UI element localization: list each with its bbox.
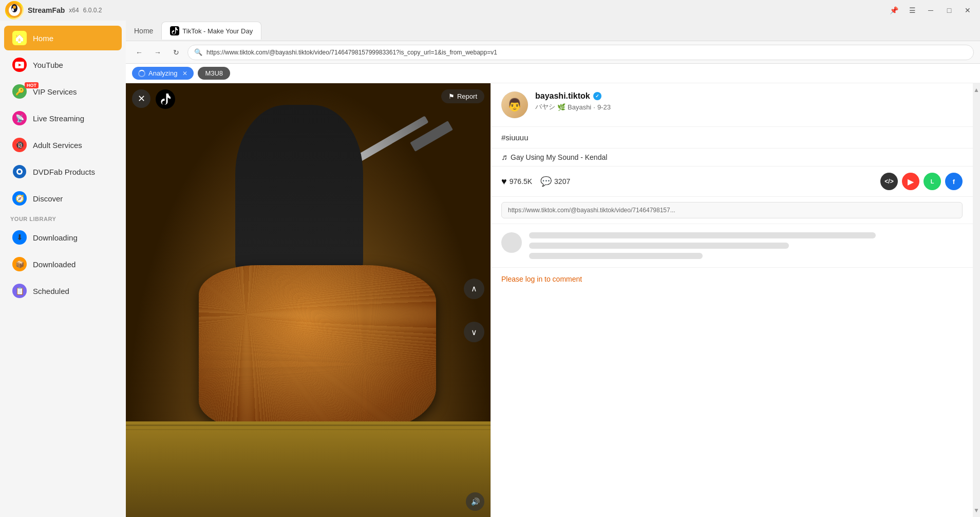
leaf-emoji: 🌿	[557, 103, 566, 111]
app-name: StreamFab	[28, 6, 65, 14]
skeleton-line-2	[529, 243, 789, 249]
sidebar-dvdfab-label: DVDFab Products	[33, 168, 95, 176]
menu-button[interactable]: ☰	[905, 3, 919, 17]
sidebar-item-scheduled[interactable]: 📋 Scheduled	[4, 279, 122, 303]
report-button[interactable]: ⚑ Report	[441, 89, 484, 103]
creator-section: 👨 bayashi.tiktok ✓ バヤシ 🌿 Bayashi · 9-23	[491, 83, 973, 127]
m3u8-button[interactable]: M3U8	[198, 67, 230, 80]
info-panel: 👨 bayashi.tiktok ✓ バヤシ 🌿 Bayashi · 9-23	[491, 83, 973, 517]
creator-info: bayashi.tiktok ✓ バヤシ 🌿 Bayashi · 9-23	[535, 91, 963, 112]
address-bar[interactable]: 🔍 https://www.tiktok.com/@bayashi.tiktok…	[187, 45, 974, 60]
tiktok-logo-button[interactable]	[156, 89, 175, 109]
browser-content: ✕ ⚑ Report ∧ ∨ 🔊	[126, 83, 980, 517]
video-area: ✕ ⚑ Report ∧ ∨ 🔊	[126, 83, 491, 517]
share-link-box[interactable]: https://www.tiktok.com/@bayashi.tiktok/v…	[501, 202, 963, 218]
address-url: https://www.tiktok.com/@bayashi.tiktok/v…	[206, 49, 497, 56]
comments-stat: 💬 3207	[540, 176, 570, 187]
facebook-share-button[interactable]: f	[945, 173, 963, 190]
verified-badge: ✓	[593, 92, 601, 100]
app-branding: StreamFab x64 6.0.0.2	[5, 1, 102, 20]
creator-display-name: バヤシ	[535, 102, 555, 112]
creator-date: 9-23	[597, 103, 611, 111]
volume-icon: 🔊	[471, 497, 480, 506]
browser-bar: ← → ↻ 🔍 https://www.tiktok.com/@bayashi.…	[126, 41, 980, 64]
discover-icon: 🧭	[12, 191, 27, 206]
sidebar-item-youtube[interactable]: YouTube	[4, 52, 122, 77]
sidebar-item-live[interactable]: 📡 Live Streaming	[4, 106, 122, 131]
scroll-down-arrow[interactable]: ▼	[970, 504, 980, 517]
sidebar-item-downloaded[interactable]: 📦 Downloaded	[4, 252, 122, 276]
forward-button[interactable]: →	[150, 45, 165, 60]
svg-point-7	[18, 170, 21, 173]
stats-row: ♥ 976.5K 💬 3207 </> ▶ L f	[491, 167, 973, 197]
analyzing-button[interactable]: Analyzing ✕	[132, 67, 194, 80]
minimize-button[interactable]: ─	[924, 3, 938, 17]
right-scrollbar: ▲ ▼	[973, 83, 980, 517]
main-layout: 🏠 Home YouTube 🔑 VIP Services HOT 📡 Live…	[0, 21, 980, 517]
sidebar-item-vip[interactable]: 🔑 VIP Services HOT	[4, 79, 122, 104]
app-logo	[5, 1, 24, 20]
sidebar-home-label: Home	[33, 34, 53, 43]
sidebar-adult-label: Adult Services	[33, 141, 82, 150]
chevron-up-icon: ∧	[471, 284, 477, 293]
video-close-button[interactable]: ✕	[132, 89, 150, 108]
hot-badge: HOT	[25, 82, 39, 88]
analyzing-label: Analyzing	[148, 69, 177, 77]
tiktok-tab-label: TikTok - Make Your Day	[182, 27, 253, 35]
dot-separator: ·	[593, 103, 595, 111]
video-caption: #siuuuu	[491, 127, 973, 149]
creator-platform: Bayashi	[568, 103, 591, 111]
nav-up-button[interactable]: ∧	[464, 279, 484, 299]
login-prompt-text: Please log in to comment	[501, 275, 582, 283]
adult-icon: 🔞	[12, 138, 27, 152]
login-comment[interactable]: Please log in to comment	[491, 268, 973, 290]
tab-tiktok[interactable]: TikTok - Make Your Day	[161, 22, 261, 40]
line-share-button[interactable]: L	[924, 173, 941, 190]
sidebar-item-dvdfab[interactable]: DVDFab Products	[4, 159, 122, 184]
nav-down-button[interactable]: ∨	[464, 322, 484, 342]
refresh-button[interactable]: ↻	[169, 45, 183, 60]
code-action-button[interactable]: </>	[880, 173, 898, 190]
pin-button[interactable]: 📌	[887, 3, 901, 17]
skeleton-avatar	[501, 232, 522, 253]
dvdfab-icon	[12, 164, 27, 179]
report-label: Report	[457, 93, 477, 100]
flag-icon: ⚑	[448, 93, 455, 100]
skeleton-lines	[529, 232, 963, 259]
creator-username: bayashi.tiktok	[535, 91, 590, 101]
analyzing-spinner	[138, 70, 145, 77]
sidebar-downloading-label: Downloading	[33, 233, 78, 242]
library-section-label: YOUR LIBRARY	[0, 212, 126, 224]
likes-count: 976.5K	[510, 177, 532, 186]
close-icon: ✕	[138, 93, 145, 104]
back-button[interactable]: ←	[132, 45, 146, 60]
app-version: 6.0.0.2	[83, 7, 102, 14]
volume-button[interactable]: 🔊	[466, 492, 484, 511]
scheduled-icon: 📋	[12, 284, 27, 298]
sidebar-discover-label: Discover	[33, 194, 63, 203]
chevron-down-icon: ∨	[471, 327, 477, 337]
analyzing-close-icon[interactable]: ✕	[182, 70, 187, 77]
tabs-area: Home TikTok - Make Your Day	[126, 21, 980, 41]
home-icon: 🏠	[12, 31, 27, 45]
scroll-up-arrow[interactable]: ▲	[970, 83, 980, 97]
sidebar-scheduled-label: Scheduled	[33, 287, 69, 296]
skeleton-line-1	[529, 232, 876, 238]
sidebar-item-home[interactable]: 🏠 Home	[4, 26, 122, 50]
sidebar-vip-label: VIP Services	[33, 87, 77, 96]
close-button[interactable]: ✕	[960, 3, 975, 17]
tiktok-tab-icon	[170, 26, 179, 35]
content-area: Home TikTok - Make Your Day ← → ↻ 🔍 http…	[126, 21, 980, 517]
sidebar-item-downloading[interactable]: ⬇ Downloading	[4, 225, 122, 250]
comment-icon: 💬	[540, 176, 552, 187]
creator-sub: バヤシ 🌿 Bayashi · 9-23	[535, 102, 963, 112]
action-icons: </> ▶ L f	[880, 173, 963, 190]
sidebar-item-discover[interactable]: 🧭 Discover	[4, 186, 122, 211]
avatar: 👨	[501, 91, 528, 118]
tab-home[interactable]: Home	[126, 23, 161, 39]
sidebar-item-adult[interactable]: 🔞 Adult Services	[4, 133, 122, 157]
sidebar: 🏠 Home YouTube 🔑 VIP Services HOT 📡 Live…	[0, 21, 126, 517]
share-action-button-1[interactable]: ▶	[902, 173, 919, 190]
maximize-button[interactable]: □	[942, 3, 956, 17]
comments-count: 3207	[554, 177, 570, 186]
